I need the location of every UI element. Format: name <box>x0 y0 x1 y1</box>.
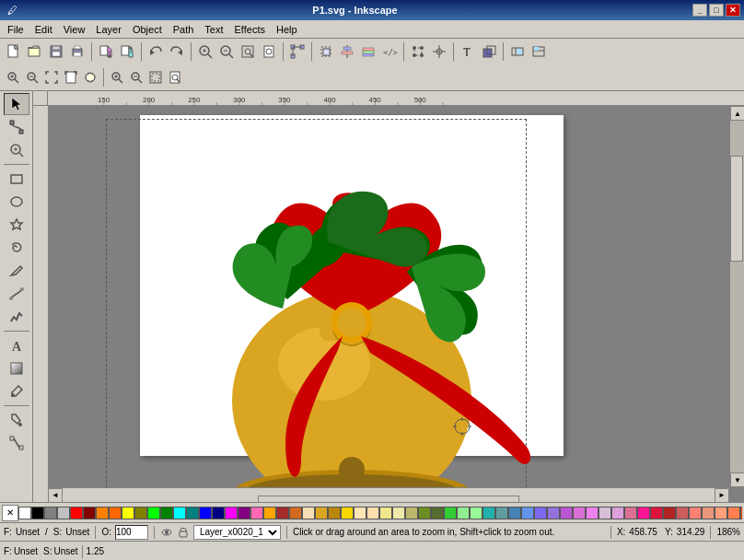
color-swatch[interactable] <box>147 507 160 519</box>
menu-edit[interactable]: Edit <box>29 22 58 37</box>
menu-help[interactable]: Help <box>271 22 303 37</box>
text-tool[interactable]: A <box>4 334 29 356</box>
color-swatch[interactable] <box>599 507 611 519</box>
zoom-in-button[interactable] <box>195 41 215 62</box>
paint-bucket-tool[interactable] <box>4 409 29 431</box>
color-swatch[interactable] <box>276 507 289 519</box>
align-button[interactable] <box>337 41 357 62</box>
import-button[interactable] <box>96 41 116 62</box>
color-swatch[interactable] <box>212 507 225 519</box>
zoom-page3-button[interactable] <box>166 68 184 87</box>
print-button[interactable] <box>67 41 87 62</box>
color-swatch[interactable] <box>173 507 186 519</box>
menu-layer[interactable]: Layer <box>90 22 127 37</box>
color-swatch[interactable] <box>134 507 147 519</box>
zoom-fit-button[interactable] <box>238 41 258 62</box>
color-swatch[interactable] <box>96 507 109 519</box>
undo-button[interactable] <box>145 41 166 62</box>
color-swatch[interactable] <box>418 507 431 519</box>
color-swatch[interactable] <box>354 507 366 519</box>
color-swatch[interactable] <box>289 507 302 519</box>
color-swatch[interactable] <box>31 507 44 519</box>
pen-tool[interactable] <box>4 283 29 305</box>
connector-tool[interactable] <box>4 432 29 454</box>
color-swatch[interactable] <box>122 507 134 519</box>
color-swatch[interactable] <box>715 507 727 519</box>
color-swatch[interactable] <box>560 507 573 519</box>
color-swatch[interactable] <box>663 507 676 519</box>
color-swatch[interactable] <box>676 507 689 519</box>
text-tool-button[interactable]: T <box>458 41 478 62</box>
node-tool[interactable] <box>4 116 29 138</box>
redo-button[interactable] <box>167 41 187 62</box>
color-swatch[interactable] <box>573 507 586 519</box>
color-swatch[interactable] <box>250 507 263 519</box>
color-swatch[interactable] <box>405 507 418 519</box>
color-swatch[interactable] <box>482 507 495 519</box>
color-swatch[interactable] <box>586 507 599 519</box>
vertical-scrollbar[interactable]: ▲ ▼ <box>729 106 744 487</box>
node-editor-button[interactable] <box>287 41 308 62</box>
canvas-area[interactable]: 150 200 250 300 350 400 450 500 <box>33 91 744 502</box>
color-swatch[interactable] <box>547 507 560 519</box>
color-swatch[interactable] <box>328 507 341 519</box>
new-button[interactable] <box>4 41 24 62</box>
color-swatch[interactable] <box>263 507 276 519</box>
color-swatch[interactable] <box>637 507 650 519</box>
color-swatch[interactable] <box>315 507 328 519</box>
extra1-button[interactable] <box>507 41 528 62</box>
color-swatch[interactable] <box>470 507 482 519</box>
rectangle-tool[interactable] <box>4 168 29 190</box>
xml-editor-button[interactable]: </> <box>379 41 400 62</box>
zoom-page2-button[interactable] <box>62 68 80 87</box>
transform-button[interactable] <box>316 41 336 62</box>
scroll-up-button[interactable]: ▲ <box>730 106 744 121</box>
color-swatch[interactable] <box>109 507 122 519</box>
color-swatch[interactable] <box>379 507 392 519</box>
color-swatch[interactable] <box>199 507 212 519</box>
color-swatch[interactable] <box>495 507 508 519</box>
menu-view[interactable]: View <box>58 22 91 37</box>
horizontal-scrollbar[interactable]: ◄ ► <box>48 487 729 502</box>
color-swatch[interactable] <box>57 507 70 519</box>
snap2-button[interactable] <box>429 41 449 62</box>
menu-effects[interactable]: Effects <box>229 22 271 37</box>
zoom-fit2-button[interactable] <box>42 68 61 87</box>
zoom-page-button[interactable] <box>259 41 279 62</box>
zoom-out3-button[interactable] <box>127 68 145 87</box>
close-button[interactable]: ✕ <box>726 4 740 17</box>
color-swatch[interactable] <box>740 507 742 519</box>
color-swatch[interactable] <box>186 507 199 519</box>
pencil-tool[interactable] <box>4 260 29 282</box>
zoom-tool[interactable] <box>4 139 29 161</box>
color-swatch[interactable] <box>702 507 715 519</box>
menu-object[interactable]: Object <box>127 22 168 37</box>
maximize-button[interactable]: □ <box>709 4 724 17</box>
calligraphy-tool[interactable] <box>4 306 29 328</box>
scroll-thumb-v[interactable] <box>730 156 743 262</box>
zoom-fit3-button[interactable] <box>146 68 165 87</box>
color-swatch[interactable] <box>366 507 379 519</box>
color-swatch[interactable] <box>70 507 83 519</box>
open-button[interactable] <box>25 41 45 62</box>
color-swatch[interactable] <box>508 507 521 519</box>
export-button[interactable] <box>117 41 137 62</box>
fill-stroke-button[interactable] <box>479 41 499 62</box>
scroll-left-button[interactable]: ◄ <box>48 488 63 503</box>
no-color-button[interactable]: ✕ <box>2 505 18 521</box>
layer-select[interactable]: Layer_x0020_1 <box>193 525 281 540</box>
minimize-button[interactable]: _ <box>692 4 707 17</box>
color-swatch[interactable] <box>225 507 238 519</box>
color-swatch[interactable] <box>431 507 444 519</box>
zoom-in2-button[interactable] <box>4 68 22 87</box>
ellipse-tool[interactable] <box>4 191 29 213</box>
color-swatch[interactable] <box>534 507 547 519</box>
extra2-button[interactable] <box>529 41 549 62</box>
color-swatch[interactable] <box>44 507 57 519</box>
color-swatch[interactable] <box>521 507 534 519</box>
color-swatch[interactable] <box>18 507 31 519</box>
scroll-thumb-h[interactable] <box>258 496 518 503</box>
color-swatch[interactable] <box>727 507 740 519</box>
color-swatch[interactable] <box>457 507 470 519</box>
color-swatch[interactable] <box>341 507 354 519</box>
